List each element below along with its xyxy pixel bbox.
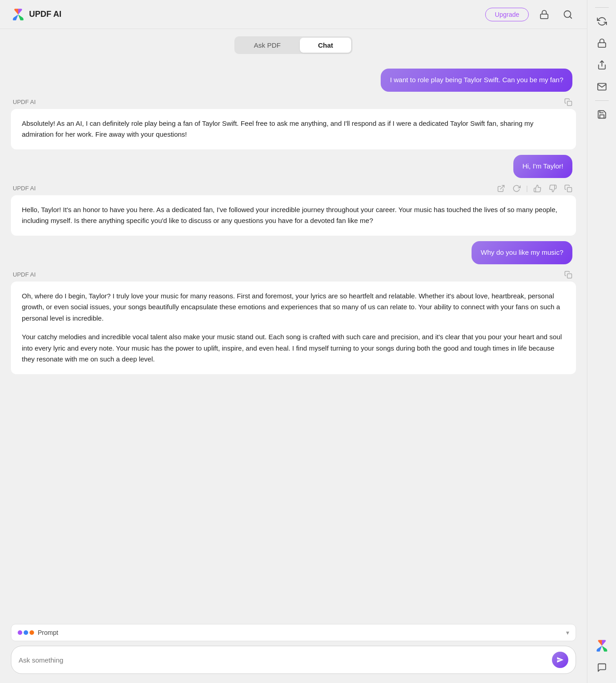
input-row (11, 646, 576, 674)
svg-rect-7 (598, 43, 606, 47)
action-divider: | (526, 185, 528, 192)
prompt-selector[interactable]: Prompt ▾ (11, 624, 576, 641)
tab-bar: Ask PDF Chat (0, 29, 587, 61)
thumbup-button-2[interactable] (532, 183, 543, 193)
main-container: UPDF AI Upgrade Ask PDF Chat (0, 0, 587, 683)
thumbdown-icon (549, 184, 557, 193)
ai-text-3-p2: Your catchy melodies and incredible voca… (22, 332, 565, 365)
svg-line-2 (570, 16, 571, 18)
logo-area: UPDF AI (11, 7, 61, 22)
ai-label-row-2: UPDF AI | (11, 183, 576, 193)
user-message-1: I want to role play being Taylor Swift. … (11, 69, 576, 92)
user-message-3: Why do you like my music? (11, 241, 576, 264)
copy-button-1[interactable] (562, 97, 574, 107)
tab-ask-pdf[interactable]: Ask PDF (236, 38, 299, 53)
ai-label-1: UPDF AI (13, 99, 36, 105)
share-icon (597, 60, 607, 70)
right-sidebar (587, 0, 616, 683)
ai-bubble-1: Absolutely! As an AI, I can definitely r… (11, 109, 576, 150)
ai-bubble-3: Oh, where do I begin, Taylor? I truly lo… (11, 282, 576, 375)
sidebar-share-button[interactable] (592, 55, 612, 75)
ai-message-block-2: UPDF AI | (11, 183, 576, 236)
ai-label-row-3: UPDF AI (11, 270, 576, 280)
sidebar-divider-top (595, 7, 609, 8)
prompt-area: Prompt ▾ (0, 619, 587, 683)
ai-label-2: UPDF AI (13, 185, 36, 192)
lock-icon-button[interactable] (536, 6, 552, 23)
sidebar-mail-button[interactable] (592, 77, 612, 97)
chat-input[interactable] (19, 656, 548, 664)
external-icon (497, 184, 505, 193)
sidebar-divider-mid (595, 100, 609, 101)
thumbup-icon (533, 184, 541, 193)
user-bubble-3: Why do you like my music? (472, 241, 572, 264)
tab-chat[interactable]: Chat (300, 38, 351, 53)
send-button[interactable] (552, 652, 568, 668)
ai-label-row-1: UPDF AI (11, 97, 576, 107)
external-button-2[interactable] (495, 183, 507, 193)
ai-label-3: UPDF AI (13, 271, 36, 278)
search-icon (563, 10, 573, 20)
svg-line-4 (501, 185, 504, 189)
updf-logo-small (595, 638, 609, 653)
ai-text-3-p1: Oh, where do I begin, Taylor? I truly lo… (22, 291, 565, 324)
send-icon (556, 656, 564, 663)
chat-icon (597, 663, 607, 673)
lock-icon (539, 10, 549, 20)
copy-icon-2 (564, 184, 572, 193)
prompt-dots (18, 630, 34, 635)
ai-bubble-2: Hello, Taylor! It's an honor to have you… (11, 195, 576, 236)
search-icon-button[interactable] (560, 6, 576, 23)
ai-actions-3 (562, 270, 574, 280)
header: UPDF AI Upgrade (0, 0, 587, 29)
ai-actions-1 (562, 97, 574, 107)
sidebar-updf-logo-button[interactable] (592, 636, 612, 656)
tab-container: Ask PDF Chat (234, 36, 353, 54)
user-bubble-1: I want to role play being Taylor Swift. … (381, 69, 572, 92)
user-message-2: Hi, I'm Taylor! (11, 155, 576, 178)
ai-message-block-1: UPDF AI Absolutely! As an AI, I can defi… (11, 97, 576, 150)
thumbdown-button-2[interactable] (547, 183, 559, 193)
sidebar-chat-button[interactable] (592, 658, 612, 678)
copy-button-2[interactable] (562, 183, 574, 193)
refresh-button-2[interactable] (511, 183, 522, 193)
user-bubble-2: Hi, I'm Taylor! (513, 155, 572, 178)
copy-button-3[interactable] (562, 270, 574, 280)
sidebar-lock-button[interactable] (592, 33, 612, 53)
copy-icon-1 (564, 98, 572, 106)
sync-icon (597, 16, 607, 26)
dot-orange (30, 630, 34, 635)
header-actions: Upgrade (485, 6, 576, 23)
app-logo (11, 7, 25, 22)
svg-rect-3 (567, 101, 572, 105)
ai-message-block-3: UPDF AI Oh, where do I begin, Taylor? I … (11, 270, 576, 375)
sidebar-sync-button[interactable] (592, 11, 612, 31)
copy-icon-3 (564, 271, 572, 279)
svg-rect-6 (567, 273, 572, 278)
sidebar-save-button[interactable] (592, 104, 612, 124)
lock-sidebar-icon (597, 38, 607, 48)
svg-rect-5 (567, 187, 572, 192)
save-icon (597, 109, 607, 119)
dot-purple (18, 630, 22, 635)
mail-icon (597, 82, 607, 92)
ai-actions-2: | (495, 183, 574, 193)
upgrade-button[interactable]: Upgrade (485, 8, 529, 21)
app-title: UPDF AI (29, 10, 61, 19)
dot-blue (24, 630, 28, 635)
ai-text-2: Hello, Taylor! It's an honor to have you… (22, 204, 565, 227)
ai-text-1: Absolutely! As an AI, I can definitely r… (22, 118, 565, 141)
prompt-label: Prompt (38, 629, 562, 636)
chat-area[interactable]: I want to role play being Taylor Swift. … (0, 61, 587, 619)
refresh-icon (512, 184, 521, 193)
chevron-down-icon: ▾ (566, 629, 569, 636)
svg-rect-0 (541, 14, 548, 19)
